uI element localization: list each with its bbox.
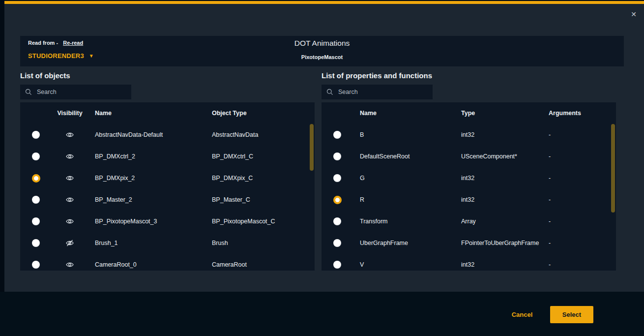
search-icon [25, 89, 32, 95]
property-row: B int32 - [322, 124, 616, 146]
property-name: G [353, 175, 454, 182]
window-left-edge [0, 4, 4, 292]
property-radio[interactable] [333, 217, 341, 225]
visibility-on-icon[interactable] [65, 175, 74, 182]
objects-table-body: AbstractNavData-Default AbstractNavData … [20, 124, 315, 271]
visibility-off-icon[interactable] [65, 240, 74, 246]
object-name: BP_PixotopeMascot_3 [88, 218, 205, 225]
properties-search[interactable] [322, 85, 433, 99]
object-type: BP_PixotopeMascot_C [205, 218, 315, 225]
property-name: V [353, 261, 454, 268]
property-radio[interactable] [333, 174, 341, 182]
cancel-button[interactable]: Cancel [507, 306, 537, 323]
accent-top-bar [4, 1, 644, 4]
property-name: B [353, 131, 454, 138]
search-icon [326, 89, 333, 95]
object-row: AbstractNavData-Default AbstractNavData [20, 124, 315, 146]
visibility-on-icon[interactable] [65, 218, 74, 225]
property-radio[interactable] [333, 131, 341, 139]
object-name: BP_DMXctrl_2 [88, 153, 205, 160]
object-row: BP_PixotopeMascot_3 BP_PixotopeMascot_C [20, 211, 315, 232]
property-name: UberGraphFrame [353, 240, 454, 246]
property-radio[interactable] [333, 261, 341, 269]
properties-table-header: Name Type Arguments [322, 102, 616, 124]
column-header-name: Name [88, 110, 205, 117]
property-arguments: - [542, 218, 616, 225]
object-type: BP_DMXpix_C [205, 175, 315, 182]
object-type: BP_DMXctrl_C [205, 153, 315, 160]
object-row: BP_Master_2 BP_Master_C [20, 189, 315, 211]
property-arguments: - [542, 175, 616, 182]
object-row: BP_DMXctrl_2 BP_DMXctrl_C [20, 146, 315, 167]
object-name: Brush_1 [88, 240, 205, 246]
select-button[interactable]: Select [550, 306, 593, 323]
visibility-on-icon[interactable] [65, 261, 74, 268]
dialog-subtitle: PixotopeMascot [20, 54, 624, 60]
property-row: V int32 - [322, 254, 616, 271]
objects-panel-heading: List of objects [20, 71, 70, 80]
object-radio[interactable] [32, 239, 40, 247]
object-radio[interactable] [32, 217, 40, 225]
property-row: G int32 - [322, 167, 616, 189]
object-radio[interactable] [32, 196, 40, 204]
properties-search-input[interactable] [338, 89, 422, 95]
property-type: int32 [454, 175, 542, 182]
close-icon[interactable]: ✕ [629, 9, 639, 19]
object-name: AbstractNavData-Default [88, 131, 205, 138]
property-arguments: - [542, 240, 616, 246]
object-radio[interactable] [32, 174, 40, 183]
column-header-object-type: Object Type [205, 110, 315, 117]
dialog-footer: Cancel Select [0, 292, 644, 336]
property-row: UberGraphFrame FPointerToUberGraphFrame … [322, 232, 616, 254]
object-row: BP_DMXpix_2 BP_DMXpix_C [20, 167, 315, 189]
visibility-on-icon[interactable] [65, 153, 74, 160]
property-name: Transform [353, 218, 454, 225]
property-arguments: - [542, 261, 616, 268]
objects-search-input[interactable] [37, 89, 120, 95]
object-name: CameraRoot_0 [88, 261, 205, 268]
property-type: int32 [454, 261, 542, 268]
object-type: CameraRoot [205, 261, 315, 268]
property-type: int32 [454, 131, 542, 138]
property-radio[interactable] [333, 153, 341, 160]
objects-table-header: Visibility Name Object Type [20, 102, 315, 124]
objects-scrollbar-thumb[interactable] [310, 124, 314, 171]
property-name: DefaultSceneRoot [353, 153, 454, 160]
object-radio[interactable] [32, 261, 40, 269]
visibility-on-icon[interactable] [65, 131, 74, 138]
window-corner [0, 0, 4, 4]
dialog-header: Read from - Re-read STUDIORENDER3 ▼ DOT … [20, 36, 624, 66]
properties-table: Name Type Arguments B int32 - DefaultSce… [322, 102, 616, 271]
properties-scrollbar-thumb[interactable] [611, 124, 615, 213]
property-radio[interactable] [333, 196, 342, 204]
object-name: BP_Master_2 [88, 196, 205, 203]
property-name: R [353, 196, 454, 203]
column-header-arguments: Arguments [542, 110, 616, 117]
property-row: Transform Array - [322, 211, 616, 232]
object-type: AbstractNavData [205, 131, 315, 138]
properties-panel-heading: List of properties and functions [322, 71, 432, 80]
property-radio[interactable] [333, 239, 341, 247]
visibility-on-icon[interactable] [65, 196, 74, 203]
property-type: FPointerToUberGraphFrame [454, 240, 542, 246]
property-type: int32 [454, 196, 542, 203]
property-type: USceneComponent* [454, 153, 542, 160]
object-type: Brush [205, 240, 315, 246]
property-row: DefaultSceneRoot USceneComponent* - [322, 146, 616, 167]
property-type: Array [454, 218, 542, 225]
object-name: BP_DMXpix_2 [88, 175, 205, 182]
object-row: Brush_1 Brush [20, 232, 315, 254]
object-radio[interactable] [32, 131, 40, 139]
object-row: CameraRoot_0 CameraRoot [20, 254, 315, 271]
column-header-name: Name [353, 110, 454, 117]
objects-search[interactable] [20, 85, 131, 99]
object-radio[interactable] [32, 153, 40, 160]
dialog-title: DOT Animations [20, 39, 624, 48]
column-header-type: Type [454, 110, 542, 117]
objects-table: Visibility Name Object Type AbstractNavD… [20, 102, 315, 271]
property-arguments: - [542, 153, 616, 160]
properties-table-body: B int32 - DefaultSceneRoot USceneCompone… [322, 124, 616, 271]
property-arguments: - [542, 131, 616, 138]
property-arguments: - [542, 196, 616, 203]
property-row: R int32 - [322, 189, 616, 211]
